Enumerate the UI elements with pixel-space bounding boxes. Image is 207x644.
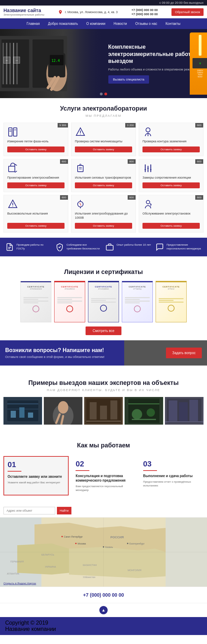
svg-text:Санкт-Петербург: Санкт-Петербург (64, 536, 83, 538)
examples-row (3, 397, 204, 425)
svg-point-24 (146, 128, 150, 132)
examples-sub: НАМ ДОВЕРЯЮТ КЛИЕНТЫ. БУДЬТЕ И ВЫ В ИХ Ч… (3, 388, 204, 392)
cert-line (125, 301, 150, 302)
cert-line (91, 298, 116, 299)
service-btn-4[interactable]: Оставить заявку (7, 182, 65, 188)
nav-item-contacts[interactable]: Контакты (161, 18, 185, 29)
service-btn-9[interactable]: Оставить заявку (142, 223, 200, 229)
nav-item-news[interactable]: Новости (109, 18, 131, 29)
hero-image: 12.4 (0, 29, 103, 98)
cert-card-4[interactable]: CERTIFICATE of Training (122, 281, 153, 322)
service-btn-7[interactable]: Оставить заявку (7, 223, 65, 229)
svg-text:Узбекистан: Узбекистан (83, 576, 96, 578)
see-all-button[interactable]: Смотреть все (86, 326, 121, 335)
cert-line (125, 299, 140, 300)
cert-seal-5 (168, 305, 175, 312)
how-step-desc-3: Предоставляем отчет о проведённых испыта… (143, 480, 200, 487)
service-name-4: Проектирование электроснабжения (7, 176, 65, 180)
svg-rect-77 (179, 402, 188, 421)
header: Название сайта Электроизмерительные рабо… (0, 6, 207, 18)
service-btn-6[interactable]: Оставить заявку (142, 182, 200, 188)
cert-body-1 (22, 290, 50, 319)
svg-rect-49 (106, 245, 113, 250)
scroll-top-area: ▲ (0, 603, 207, 617)
feature-text-3: Опыт работы более 10 лет (117, 243, 151, 247)
nav-item-home[interactable]: Главная (22, 18, 44, 29)
map-search-bar: Найти (0, 504, 207, 518)
cert-seal-1 (32, 305, 39, 312)
map-find-button[interactable]: Найти (57, 507, 71, 514)
cert-card-1[interactable]: CERTIFICATE of Achievement (20, 281, 51, 322)
cta-sub: Оставьте своё сообщение в этой форме, и … (5, 355, 105, 359)
cta-button[interactable]: Задать вопрос (166, 348, 202, 358)
svg-rect-65 (100, 406, 107, 419)
hero-prev-button[interactable]: ← (3, 57, 10, 64)
hero-device: V 2000V1000V750V500V (190, 32, 207, 95)
how-line-1 (8, 471, 21, 472)
map-open-link[interactable]: Открыть в Яндекс.Картах (3, 582, 36, 585)
cert-header-line-5 (156, 281, 186, 282)
cert-body-3 (90, 290, 117, 319)
svg-point-59 (58, 401, 68, 414)
service-name-1: Измерение петли фаза-ноль (7, 140, 65, 144)
cert-seal-3 (100, 305, 107, 312)
example-bg-1 (3, 397, 42, 425)
svg-line-45 (80, 203, 81, 206)
address-block: г. Москва, ул. Ломоносова, д. 4, кв. 3 (58, 10, 118, 15)
hero-cta-button[interactable]: Вызвать специалиста (108, 75, 149, 84)
nav-item-reviews[interactable]: Отзывы о нас (131, 18, 161, 29)
service-btn-2[interactable]: Оставить заявку (75, 146, 132, 152)
footer-phone[interactable]: +7 (000) 000 00 00 (0, 587, 207, 603)
service-name-9: Обслуживание электроустановок (142, 212, 200, 220)
svg-text:Казань: Казань (105, 546, 113, 548)
phone-1[interactable]: +7 (000) 000 00 00 (131, 8, 158, 12)
phone-2[interactable]: +7 (000) 000 00 00 (131, 12, 158, 16)
service-icon-8 (75, 199, 86, 210)
certs-title: Лицензии и сертификаты (3, 262, 204, 277)
nav-list: Главная Добро пожаловать О компании Ново… (0, 18, 207, 29)
how-step-desc-1: Укажите какой вид работ Вас интересует (8, 481, 65, 484)
services-section: Услуги электролаборатории МЫ ПРЕДЛАГАЕМ … (0, 98, 207, 238)
cert-header-line-4 (122, 281, 152, 282)
cert-card-2[interactable]: CERTIFICATE of Excellence (54, 281, 85, 322)
service-price-6: 600 (195, 159, 203, 164)
hero-dot-2[interactable] (105, 93, 107, 95)
cert-header-line-3 (88, 281, 119, 282)
svg-rect-66 (110, 400, 117, 419)
svg-rect-78 (189, 400, 198, 421)
service-icon-4 (7, 163, 18, 174)
cert-card-5[interactable]: CERTIFICATE of Honor (156, 281, 187, 322)
service-price-3: 600 (195, 123, 203, 127)
hero-next-button[interactable]: → (13, 57, 20, 64)
example-bg-3 (84, 397, 123, 425)
cert-line (23, 297, 48, 298)
service-icon-2 (75, 126, 86, 138)
service-btn-5[interactable]: Оставить заявку (75, 182, 132, 188)
callback-button[interactable]: Обратный звонок (171, 8, 204, 16)
briefcase-icon (106, 243, 114, 251)
service-btn-8[interactable]: Оставить заявку (75, 223, 132, 229)
svg-rect-55 (19, 407, 24, 418)
nav-item-about[interactable]: О компании (82, 18, 109, 29)
cert-card-3[interactable]: CERTIFICATE of Completion (88, 281, 119, 322)
cert-line (91, 300, 106, 301)
logo-title: Название сайта (3, 8, 44, 13)
svg-rect-17 (13, 128, 17, 136)
nav-item-welcome[interactable]: Добро пожаловать (44, 18, 82, 29)
how-num-2: 02 (76, 460, 132, 468)
scroll-top-button[interactable]: ▲ (99, 606, 108, 614)
feature-4: Предоставление персонального менеджера (156, 243, 201, 251)
svg-point-41 (12, 206, 13, 207)
cta-text-block: Возникли вопросы? Напишите нам! Оставьте… (5, 347, 105, 359)
service-card-1: 9 999 Измерение петли фаза-ноль Оставить… (3, 123, 68, 156)
phone-list: +7 (000) 000 00 00 +7 (000) 000 00 00 (131, 8, 158, 16)
features-strip: Проводим работы по ГОСТу Соблюдаем все т… (0, 238, 207, 256)
service-icon-3 (142, 126, 154, 138)
how-step-title-1: Оставляете заявку или звоните (8, 474, 65, 479)
service-btn-1[interactable]: Оставить заявку (7, 146, 65, 152)
hero-dot-1[interactable] (100, 93, 103, 95)
svg-text:БЕЛАРУСЬ: БЕЛАРУСЬ (41, 553, 55, 556)
service-price-7: 600 (60, 195, 68, 200)
service-btn-3[interactable]: Оставить заявку (142, 146, 200, 152)
map-search-input[interactable] (3, 507, 55, 514)
